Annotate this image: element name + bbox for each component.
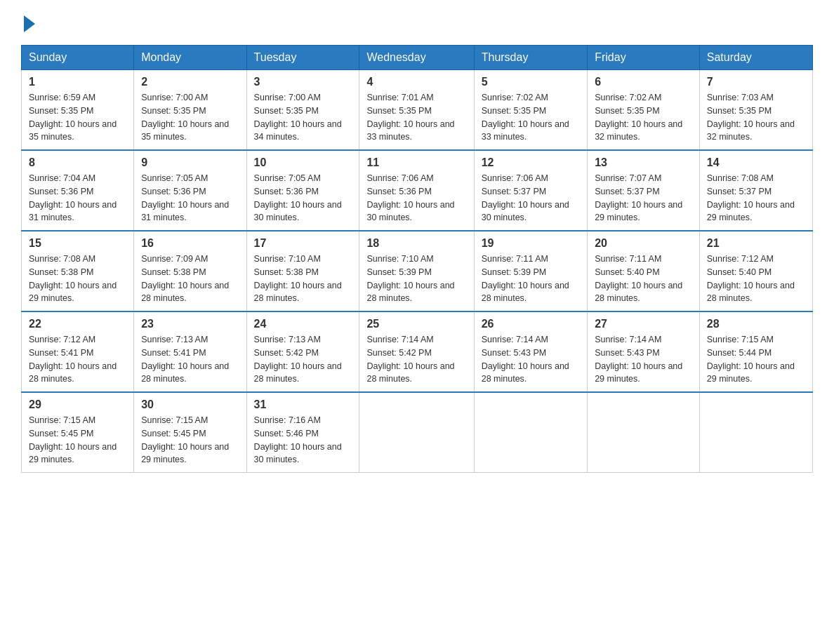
day-info: Sunrise: 7:02 AMSunset: 5:35 PMDaylight:… — [482, 91, 580, 144]
calendar-cell: 20Sunrise: 7:11 AMSunset: 5:40 PMDayligh… — [588, 231, 700, 311]
calendar-week-row: 8Sunrise: 7:04 AMSunset: 5:36 PMDaylight… — [22, 150, 813, 231]
day-number: 26 — [482, 318, 580, 330]
day-info: Sunrise: 7:09 AMSunset: 5:38 PMDaylight:… — [141, 253, 239, 305]
day-number: 11 — [366, 156, 466, 169]
day-info: Sunrise: 7:05 AMSunset: 5:36 PMDaylight:… — [254, 172, 352, 224]
calendar-cell: 16Sunrise: 7:09 AMSunset: 5:38 PMDayligh… — [134, 231, 246, 311]
day-number: 22 — [29, 318, 126, 330]
calendar-cell: 24Sunrise: 7:13 AMSunset: 5:42 PMDayligh… — [246, 311, 359, 392]
calendar-cell: 9Sunrise: 7:05 AMSunset: 5:36 PMDaylight… — [134, 150, 246, 231]
logo-arrow-icon — [24, 15, 35, 32]
day-number: 12 — [482, 156, 580, 169]
day-number: 29 — [29, 398, 126, 411]
calendar-week-row: 15Sunrise: 7:08 AMSunset: 5:38 PMDayligh… — [22, 231, 813, 311]
day-number: 31 — [254, 398, 352, 411]
day-number: 21 — [707, 237, 805, 250]
calendar-cell: 18Sunrise: 7:10 AMSunset: 5:39 PMDayligh… — [359, 231, 474, 311]
calendar-cell: 31Sunrise: 7:16 AMSunset: 5:46 PMDayligh… — [246, 392, 359, 473]
day-info: Sunrise: 7:15 AMSunset: 5:44 PMDaylight:… — [707, 333, 805, 386]
calendar-header-friday: Friday — [588, 46, 700, 70]
day-number: 13 — [595, 156, 692, 169]
day-number: 2 — [141, 76, 239, 88]
calendar-header-wednesday: Wednesday — [359, 46, 474, 70]
day-number: 10 — [254, 156, 352, 169]
day-number: 4 — [366, 76, 466, 88]
calendar-cell: 23Sunrise: 7:13 AMSunset: 5:41 PMDayligh… — [134, 311, 246, 392]
day-info: Sunrise: 6:59 AMSunset: 5:35 PMDaylight:… — [29, 91, 126, 144]
day-info: Sunrise: 7:02 AMSunset: 5:35 PMDaylight:… — [595, 91, 692, 144]
calendar-cell: 26Sunrise: 7:14 AMSunset: 5:43 PMDayligh… — [474, 311, 587, 392]
calendar-cell: 21Sunrise: 7:12 AMSunset: 5:40 PMDayligh… — [699, 231, 812, 311]
calendar-cell: 22Sunrise: 7:12 AMSunset: 5:41 PMDayligh… — [22, 311, 134, 392]
calendar-cell: 29Sunrise: 7:15 AMSunset: 5:45 PMDayligh… — [22, 392, 134, 473]
calendar-cell — [474, 392, 587, 473]
day-number: 8 — [29, 156, 126, 169]
day-info: Sunrise: 7:06 AMSunset: 5:37 PMDaylight:… — [482, 172, 580, 224]
calendar-cell: 19Sunrise: 7:11 AMSunset: 5:39 PMDayligh… — [474, 231, 587, 311]
day-number: 16 — [141, 237, 239, 250]
calendar-cell: 3Sunrise: 7:00 AMSunset: 5:35 PMDaylight… — [246, 70, 359, 151]
day-info: Sunrise: 7:13 AMSunset: 5:42 PMDaylight:… — [254, 333, 352, 386]
day-number: 6 — [595, 76, 692, 88]
day-info: Sunrise: 7:11 AMSunset: 5:40 PMDaylight:… — [595, 253, 692, 305]
day-info: Sunrise: 7:14 AMSunset: 5:42 PMDaylight:… — [366, 333, 466, 386]
calendar-cell: 14Sunrise: 7:08 AMSunset: 5:37 PMDayligh… — [699, 150, 812, 231]
day-number: 27 — [595, 318, 692, 330]
day-number: 7 — [707, 76, 805, 88]
calendar-week-row: 22Sunrise: 7:12 AMSunset: 5:41 PMDayligh… — [22, 311, 813, 392]
day-info: Sunrise: 7:15 AMSunset: 5:45 PMDaylight:… — [29, 414, 126, 467]
calendar-cell: 15Sunrise: 7:08 AMSunset: 5:38 PMDayligh… — [22, 231, 134, 311]
day-info: Sunrise: 7:04 AMSunset: 5:36 PMDaylight:… — [29, 172, 126, 224]
calendar-cell: 6Sunrise: 7:02 AMSunset: 5:35 PMDaylight… — [588, 70, 700, 151]
day-info: Sunrise: 7:14 AMSunset: 5:43 PMDaylight:… — [482, 333, 580, 386]
calendar-cell — [588, 392, 700, 473]
day-info: Sunrise: 7:14 AMSunset: 5:43 PMDaylight:… — [595, 333, 692, 386]
calendar-header-monday: Monday — [134, 46, 246, 70]
calendar-header-saturday: Saturday — [699, 46, 812, 70]
day-number: 19 — [482, 237, 580, 250]
day-info: Sunrise: 7:03 AMSunset: 5:35 PMDaylight:… — [707, 91, 805, 144]
calendar-cell: 4Sunrise: 7:01 AMSunset: 5:35 PMDaylight… — [359, 70, 474, 151]
day-info: Sunrise: 7:12 AMSunset: 5:41 PMDaylight:… — [29, 333, 126, 386]
calendar-week-row: 1Sunrise: 6:59 AMSunset: 5:35 PMDaylight… — [22, 70, 813, 151]
day-number: 24 — [254, 318, 352, 330]
day-info: Sunrise: 7:01 AMSunset: 5:35 PMDaylight:… — [366, 91, 466, 144]
calendar-cell: 8Sunrise: 7:04 AMSunset: 5:36 PMDaylight… — [22, 150, 134, 231]
day-number: 15 — [29, 237, 126, 250]
day-number: 3 — [254, 76, 352, 88]
calendar-cell: 2Sunrise: 7:00 AMSunset: 5:35 PMDaylight… — [134, 70, 246, 151]
calendar-cell: 30Sunrise: 7:15 AMSunset: 5:45 PMDayligh… — [134, 392, 246, 473]
day-info: Sunrise: 7:00 AMSunset: 5:35 PMDaylight:… — [254, 91, 352, 144]
calendar-cell: 25Sunrise: 7:14 AMSunset: 5:42 PMDayligh… — [359, 311, 474, 392]
day-number: 20 — [595, 237, 692, 250]
day-number: 30 — [141, 398, 239, 411]
calendar-cell: 1Sunrise: 6:59 AMSunset: 5:35 PMDaylight… — [22, 70, 134, 151]
calendar-cell — [359, 392, 474, 473]
day-info: Sunrise: 7:06 AMSunset: 5:36 PMDaylight:… — [366, 172, 466, 224]
day-info: Sunrise: 7:10 AMSunset: 5:39 PMDaylight:… — [366, 253, 466, 305]
day-number: 9 — [141, 156, 239, 169]
day-info: Sunrise: 7:07 AMSunset: 5:37 PMDaylight:… — [595, 172, 692, 224]
day-number: 17 — [254, 237, 352, 250]
calendar-cell: 28Sunrise: 7:15 AMSunset: 5:44 PMDayligh… — [699, 311, 812, 392]
calendar-header-row: SundayMondayTuesdayWednesdayThursdayFrid… — [22, 46, 813, 70]
day-number: 18 — [366, 237, 466, 250]
calendar-cell: 7Sunrise: 7:03 AMSunset: 5:35 PMDaylight… — [699, 70, 812, 151]
day-info: Sunrise: 7:11 AMSunset: 5:39 PMDaylight:… — [482, 253, 580, 305]
calendar-cell: 13Sunrise: 7:07 AMSunset: 5:37 PMDayligh… — [588, 150, 700, 231]
day-info: Sunrise: 7:15 AMSunset: 5:45 PMDaylight:… — [141, 414, 239, 467]
day-number: 25 — [366, 318, 466, 330]
calendar-cell: 12Sunrise: 7:06 AMSunset: 5:37 PMDayligh… — [474, 150, 587, 231]
day-info: Sunrise: 7:10 AMSunset: 5:38 PMDaylight:… — [254, 253, 352, 305]
page-header — [21, 14, 813, 32]
day-info: Sunrise: 7:16 AMSunset: 5:46 PMDaylight:… — [254, 414, 352, 467]
day-number: 14 — [707, 156, 805, 169]
calendar-table: SundayMondayTuesdayWednesdayThursdayFrid… — [21, 45, 813, 473]
day-number: 5 — [482, 76, 580, 88]
day-info: Sunrise: 7:08 AMSunset: 5:37 PMDaylight:… — [707, 172, 805, 224]
calendar-cell: 10Sunrise: 7:05 AMSunset: 5:36 PMDayligh… — [246, 150, 359, 231]
day-number: 28 — [707, 318, 805, 330]
day-info: Sunrise: 7:05 AMSunset: 5:36 PMDaylight:… — [141, 172, 239, 224]
calendar-header-tuesday: Tuesday — [246, 46, 359, 70]
day-info: Sunrise: 7:00 AMSunset: 5:35 PMDaylight:… — [141, 91, 239, 144]
